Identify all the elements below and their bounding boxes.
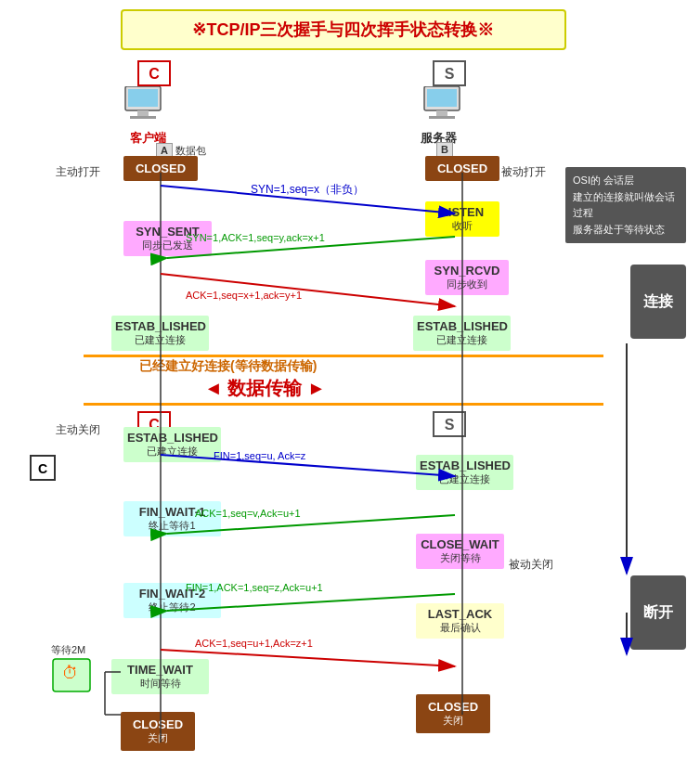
estab-label1: ESTAB_LISHED <box>115 319 205 333</box>
svg-line-22 <box>161 274 455 306</box>
fin-wait2-state: FIN_WAIT-2 终止等待2 <box>123 583 221 618</box>
estab-state-server-bottom: ESTAB_LISHED 已建立连接 <box>416 455 513 490</box>
closed-state-client-bottom: CLOSED 关闭 <box>121 712 195 751</box>
title-text: ※TCP/IP三次握手与四次挥手状态转换※ <box>192 20 494 39</box>
svg-rect-6 <box>436 110 447 116</box>
server-s-label: S <box>433 60 466 86</box>
fin-wait1-label: FIN_WAIT-1 <box>127 505 217 519</box>
svg-line-18 <box>161 186 455 213</box>
wait2m-label: 等待2M <box>51 643 85 657</box>
estab-label2: ESTAB_LISHED <box>417 319 507 333</box>
estab-label4: ESTAB_LISHED <box>420 459 510 472</box>
osi-text: OSI的 会话层建立的连接就叫做会话过程服务器处于等待状态 <box>573 173 679 238</box>
estab-state-server-top: ESTAB_LISHED 已建立连接 <box>413 316 511 351</box>
listen-cn: 收听 <box>429 219 496 233</box>
closed-state-client-top: CLOSED <box>123 156 198 181</box>
client-computer-icon <box>121 86 167 128</box>
closed-state-server-bottom: CLOSED 关闭 <box>416 694 490 733</box>
close-wait-state: CLOSE_WAIT 关闭等待 <box>416 534 504 569</box>
fin-wait1-cn: 终止等待1 <box>127 519 217 533</box>
syn-sent-cn: 同步已发送 <box>127 239 208 252</box>
syn-sent-label: SYN_SENT <box>127 225 208 239</box>
listen-label: LISTEN <box>429 205 496 219</box>
orange-line-top <box>84 355 603 357</box>
listen-state: LISTEN 收听 <box>425 201 499 237</box>
last-ack-label: LAST_ACK <box>420 607 500 621</box>
c-box-left: C <box>30 455 56 481</box>
estab-state-client-bottom: ESTAB_LISHED 已建立连接 <box>123 427 221 462</box>
estab-cn1: 已建立连接 <box>115 333 205 347</box>
fin-wait2-cn: 终止等待2 <box>127 601 217 614</box>
connect-box: 连接 <box>630 265 686 339</box>
passive-close-label: 被动关闭 <box>509 557 553 573</box>
svg-text:⏱: ⏱ <box>62 664 79 682</box>
syn-rcvd-state: SYN_RCVD 同步收到 <box>425 260 509 295</box>
syn-rcvd-cn: 同步收到 <box>429 278 505 291</box>
diagram-container: ※TCP/IP三次握手与四次挥手状态转换※ C S 客户端 A 数据包 服务器 … <box>0 0 700 775</box>
closed-label-s: CLOSED <box>423 700 483 714</box>
disconnect-box: 断开 <box>630 575 686 650</box>
fin-wait1-state: FIN_WAIT-1 终止等待1 <box>123 501 221 536</box>
estab-cn3: 已建立连接 <box>127 445 217 459</box>
osi-box: OSI的 会话层建立的连接就叫做会话过程服务器处于等待状态 <box>565 167 686 243</box>
connect-label: 连接 <box>643 292 673 312</box>
svg-rect-1 <box>128 89 158 107</box>
last-ack-cn: 最后确认 <box>420 621 500 635</box>
syn-sent-state: SYN_SENT 同步已发送 <box>123 221 212 256</box>
b-label: B <box>436 144 453 155</box>
time-wait-label: TIME_WAIT <box>115 663 205 677</box>
disconnect-label: 断开 <box>643 603 673 623</box>
syn-rcvd-label: SYN_RCVD <box>429 264 505 278</box>
active-close-label: 主动关闭 <box>56 422 100 438</box>
close-wait-label: CLOSE_WAIT <box>420 537 500 551</box>
estab-cn2: 已建立连接 <box>417 333 507 347</box>
passive-open-label: 被动打开 <box>501 164 546 180</box>
svg-rect-5 <box>427 89 457 107</box>
estab-cn4: 已建立连接 <box>420 472 510 486</box>
closed-cn-s: 关闭 <box>423 714 483 728</box>
estab-label3: ESTAB_LISHED <box>127 431 217 445</box>
svg-text:FIN=1,seq=u, Ack=z: FIN=1,seq=u, Ack=z <box>214 450 306 461</box>
orange-line-bottom <box>84 403 603 406</box>
arrows-svg: SYN=1,seq=x（非负） SYN=1,ACK=1,seq=y,ack=x+… <box>0 0 700 775</box>
server-s-label-bottom: S <box>433 411 466 437</box>
close-wait-cn: 关闭等待 <box>420 551 500 565</box>
svg-rect-7 <box>429 116 455 119</box>
server-computer-icon <box>420 86 466 128</box>
estab-state-client-top: ESTAB_LISHED 已建立连接 <box>111 316 209 351</box>
svg-rect-2 <box>137 110 149 116</box>
svg-text:SYN=1,seq=x（非负）: SYN=1,seq=x（非负） <box>251 183 364 196</box>
closed-state-server-top: CLOSED <box>425 156 499 181</box>
svg-text:ACK=1,seq=x+1,ack=y+1: ACK=1,seq=x+1,ack=y+1 <box>186 290 302 301</box>
active-open-label: 主动打开 <box>56 164 100 180</box>
data-transfer-label: ◄ 数据传输 ► <box>204 376 326 401</box>
client-c-label: C <box>137 60 171 86</box>
time-wait-cn: 时间等待 <box>115 677 205 691</box>
fin-wait2-label: FIN_WAIT-2 <box>127 587 217 601</box>
closed-label-c: CLOSED <box>128 717 188 731</box>
last-ack-state: LAST_ACK 最后确认 <box>416 603 504 639</box>
svg-text:ACK=1,seq=u+1,Ack=z+1: ACK=1,seq=u+1,Ack=z+1 <box>195 638 313 649</box>
time-wait-state: TIME_WAIT 时间等待 <box>111 659 209 694</box>
title-box: ※TCP/IP三次握手与四次挥手状态转换※ <box>121 9 566 50</box>
timer-icon: ⏱ <box>51 657 93 694</box>
closed-cn-c: 关闭 <box>128 731 188 745</box>
svg-rect-3 <box>130 116 156 119</box>
connected-msg: 已经建立好连接(等待数据传输) <box>139 358 317 375</box>
